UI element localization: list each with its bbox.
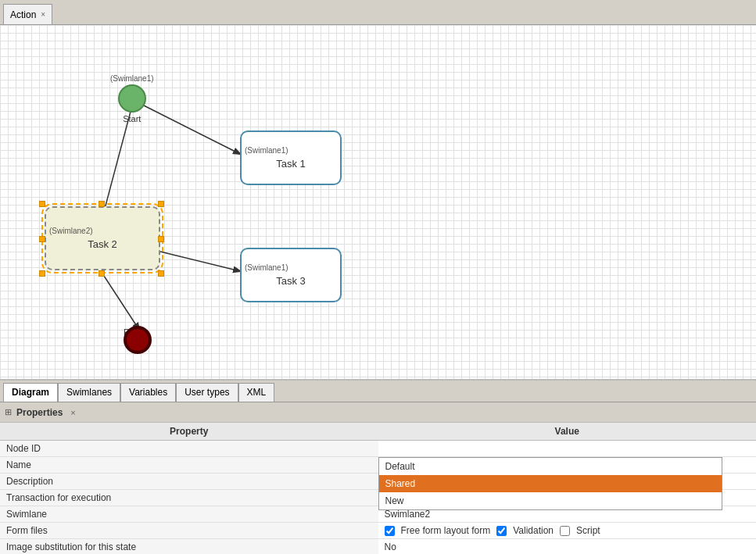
tab-user-types[interactable]: User types: [176, 383, 238, 402]
checkbox-script[interactable]: [560, 526, 570, 536]
handle-ml: [39, 236, 45, 242]
checkbox-free-form-label: Free form layout form: [401, 525, 491, 536]
row-form-files: Form files Free form layout form Validat…: [0, 523, 756, 539]
svg-line-0: [139, 103, 240, 154]
task1-node[interactable]: (Swimlane1) Task 1: [240, 130, 342, 185]
handle-bc: [99, 270, 105, 277]
tab-user-types-label: User types: [185, 387, 229, 398]
tab-swimlanes[interactable]: Swimlanes: [58, 383, 120, 402]
name-dropdown[interactable]: Default Shared New: [378, 457, 722, 510]
task2-label: Task 2: [84, 235, 120, 253]
start-label: Start: [123, 114, 141, 123]
start-swimlane-label: (Swimlane1): [110, 74, 154, 83]
prop-transaction-label: Transaction for execution: [0, 490, 378, 506]
diagram-canvas[interactable]: (Swimlane1) Start (Swimlane1) Task 1 (Sw…: [0, 25, 756, 381]
tab-diagram[interactable]: Diagram: [3, 383, 58, 402]
checkbox-validation-label: Validation: [513, 525, 554, 536]
svg-line-1: [102, 109, 131, 220]
tab-variables[interactable]: Variables: [120, 383, 176, 402]
prop-node-id-label: Node ID: [0, 441, 378, 457]
prop-description-label: Description: [0, 474, 378, 490]
tab-swimlanes-label: Swimlanes: [66, 387, 112, 398]
row-name: Name Default Shared New: [0, 457, 756, 474]
prop-name-label: Name: [0, 457, 378, 474]
tab-bar: Action ×: [0, 0, 756, 25]
prop-image-sub-label: Image substitution for this state: [0, 539, 378, 555]
form-files-checkboxes: Free form layout form Validation Script: [385, 525, 751, 536]
col-header-value: Value: [378, 423, 757, 441]
handle-bl: [39, 270, 45, 277]
prop-name-value[interactable]: Default Shared New: [378, 457, 757, 474]
task2-node[interactable]: (Swimlane2) Task 2: [45, 206, 160, 270]
action-tab[interactable]: Action ×: [3, 4, 52, 24]
row-node-id: Node ID: [0, 441, 756, 457]
prop-form-files-label: Form files: [0, 523, 378, 539]
task1-label: Task 1: [273, 155, 309, 173]
tab-xml-label: XML: [247, 387, 267, 398]
col-header-property: Property: [0, 423, 378, 441]
dropdown-option-shared[interactable]: Shared: [379, 475, 722, 492]
checkbox-script-label: Script: [576, 525, 600, 536]
task3-swimlane-label: (Swimlane1): [242, 260, 292, 272]
prop-image-sub-value[interactable]: No: [378, 539, 757, 555]
start-node[interactable]: (Swimlane1) Start: [110, 74, 154, 123]
properties-icon: ⊞: [5, 407, 12, 417]
properties-title: Properties: [16, 407, 63, 418]
tab-xml[interactable]: XML: [238, 383, 275, 402]
dropdown-option-default[interactable]: Default: [379, 458, 722, 475]
end-node[interactable]: End: [124, 326, 139, 337]
prop-swimlane-label: Swimlane: [0, 506, 378, 523]
prop-node-id-value[interactable]: [378, 441, 757, 457]
properties-close-icon[interactable]: ×: [70, 408, 75, 417]
handle-tl: [39, 201, 45, 207]
tab-diagram-label: Diagram: [12, 387, 49, 398]
bottom-tab-bar: Diagram Swimlanes Variables User types X…: [0, 381, 756, 402]
svg-line-2: [160, 252, 240, 271]
handle-tr: [158, 201, 164, 207]
prop-form-files-value[interactable]: Free form layout form Validation Script: [378, 523, 757, 539]
task3-label: Task 3: [273, 272, 309, 290]
properties-table: Property Value Node ID Name Default Shar…: [0, 423, 756, 554]
task3-node[interactable]: (Swimlane1) Task 3: [240, 248, 342, 302]
handle-br: [158, 270, 164, 277]
checkbox-validation[interactable]: [496, 526, 507, 536]
properties-header: ⊞ Properties ×: [0, 402, 756, 423]
handle-tc: [99, 201, 105, 207]
task2-swimlane-label: (Swimlane2): [46, 223, 96, 235]
end-circle: [124, 326, 152, 354]
tab-variables-label: Variables: [129, 387, 167, 398]
svg-line-3: [102, 273, 139, 330]
dropdown-option-new[interactable]: New: [379, 492, 722, 509]
row-image-sub: Image substitution for this state No: [0, 539, 756, 555]
tab-close-icon[interactable]: ×: [41, 10, 45, 19]
checkbox-free-form[interactable]: [385, 526, 395, 536]
handle-mr: [158, 236, 164, 242]
task1-swimlane-label: (Swimlane1): [242, 143, 292, 155]
tab-label: Action: [10, 9, 36, 20]
start-circle: [118, 84, 146, 113]
